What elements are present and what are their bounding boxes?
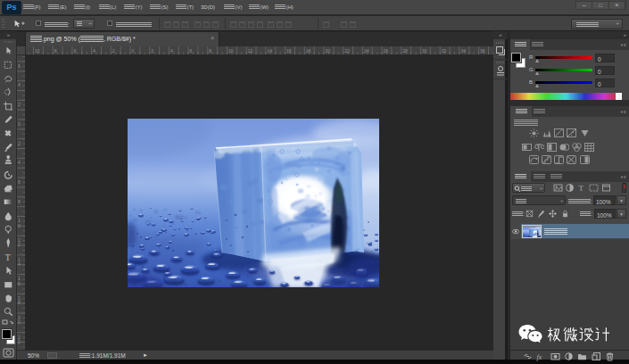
svg-text:0: 0 <box>18 223 21 228</box>
svg-text:8: 8 <box>209 48 211 54</box>
svg-text:16: 16 <box>286 48 292 54</box>
svg-text:28: 28 <box>402 48 408 54</box>
svg-text:36: 36 <box>480 48 485 54</box>
svg-text:6: 6 <box>190 48 193 54</box>
svg-text:8: 8 <box>18 300 21 305</box>
svg-text:10: 10 <box>35 48 40 54</box>
svg-text:10: 10 <box>228 48 234 54</box>
svg-text:2: 2 <box>18 242 21 247</box>
svg-text:6: 6 <box>73 48 76 54</box>
svg-text:8: 8 <box>54 48 57 54</box>
svg-text:4: 4 <box>93 48 95 54</box>
svg-text:18: 18 <box>306 48 311 54</box>
svg-text:8: 8 <box>18 199 21 204</box>
svg-text:2: 2 <box>151 48 153 54</box>
svg-text:0: 0 <box>132 48 135 54</box>
svg-text:12: 12 <box>248 48 253 54</box>
svg-text:6: 6 <box>18 281 21 286</box>
svg-text:32: 32 <box>442 48 447 54</box>
svg-text:2: 2 <box>112 48 115 54</box>
svg-text:14: 14 <box>267 48 272 54</box>
svg-text:4: 4 <box>18 160 21 165</box>
svg-text:0: 0 <box>18 121 21 127</box>
svg-text:30: 30 <box>422 48 427 54</box>
svg-text:4: 4 <box>18 261 21 267</box>
svg-text:26: 26 <box>384 48 389 54</box>
svg-text:fx: fx <box>537 352 542 360</box>
svg-text:2: 2 <box>18 339 21 344</box>
svg-text:22: 22 <box>344 48 350 54</box>
svg-text:34: 34 <box>460 48 466 54</box>
svg-text:0: 0 <box>18 319 21 325</box>
svg-text:2: 2 <box>18 102 21 107</box>
svg-text:6: 6 <box>18 63 21 69</box>
svg-text:24: 24 <box>364 48 369 54</box>
svg-text:4: 4 <box>18 82 21 87</box>
svg-text:T: T <box>5 252 11 262</box>
svg-text:2: 2 <box>18 141 21 146</box>
svg-text:6: 6 <box>18 179 21 185</box>
svg-text:4: 4 <box>170 48 173 54</box>
svg-text:20: 20 <box>326 48 331 54</box>
svg-text:T: T <box>578 184 583 193</box>
